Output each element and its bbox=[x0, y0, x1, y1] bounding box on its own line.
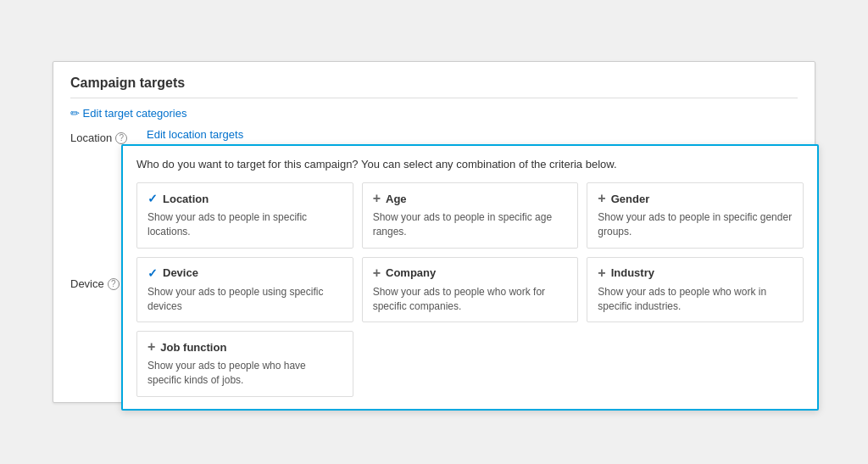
category-description: Show your ads to people using specific d… bbox=[147, 285, 342, 314]
location-info-icon[interactable]: ? bbox=[115, 132, 127, 144]
category-plus-icon: + bbox=[147, 340, 155, 354]
category-card-location[interactable]: ✓ Location Show your ads to people in sp… bbox=[136, 182, 353, 249]
campaign-targets-panel: Campaign targets ✏ Edit target categorie… bbox=[53, 61, 815, 403]
category-description: Show your ads to people in specific age … bbox=[373, 210, 568, 239]
category-plus-icon: + bbox=[373, 266, 381, 280]
category-title: + Gender bbox=[598, 192, 793, 205]
category-title: ✓ Device bbox=[147, 266, 342, 280]
category-description: Show your ads to people who work in spec… bbox=[598, 285, 793, 314]
category-card-industry[interactable]: + Industry Show your ads to people who w… bbox=[587, 257, 804, 323]
category-plus-icon: + bbox=[598, 192, 605, 205]
category-plus-icon: + bbox=[598, 266, 605, 280]
target-categories-dialog: Who do you want to target for this campa… bbox=[121, 144, 819, 411]
category-description: Show your ads to people who work for spe… bbox=[373, 285, 568, 314]
categories-grid: ✓ Location Show your ads to people in sp… bbox=[136, 182, 804, 397]
category-check-icon: ✓ bbox=[147, 192, 158, 205]
page-title: Campaign targets bbox=[70, 75, 798, 98]
category-title: + Job function bbox=[147, 340, 342, 354]
category-card-age[interactable]: + Age Show your ads to people in specifi… bbox=[362, 182, 579, 249]
device-info-icon[interactable]: ? bbox=[108, 278, 120, 290]
category-title: ✓ Location bbox=[147, 192, 342, 205]
category-card-gender[interactable]: + Gender Show your ads to people in spec… bbox=[587, 182, 804, 249]
category-check-icon: ✓ bbox=[147, 266, 158, 280]
category-description: Show your ads to people who have specifi… bbox=[147, 359, 342, 388]
location-label: Location ? bbox=[70, 128, 147, 144]
overlay-description: Who do you want to target for this campa… bbox=[136, 158, 804, 171]
category-card-job-function[interactable]: + Job function Show your ads to people w… bbox=[136, 331, 353, 397]
category-card-company[interactable]: + Company Show your ads to people who wo… bbox=[362, 257, 579, 323]
category-title: + Industry bbox=[598, 266, 793, 280]
edit-location-targets-link[interactable]: Edit location targets bbox=[147, 128, 243, 141]
category-plus-icon: + bbox=[373, 192, 381, 205]
category-description: Show your ads to people in specific loca… bbox=[147, 210, 342, 239]
category-title: + Company bbox=[373, 266, 568, 280]
edit-target-categories-link[interactable]: ✏ Edit target categories bbox=[70, 107, 186, 120]
category-description: Show your ads to people in specific gend… bbox=[598, 210, 793, 239]
category-title: + Age bbox=[373, 192, 568, 205]
category-card-device[interactable]: ✓ Device Show your ads to people using s… bbox=[136, 257, 353, 323]
